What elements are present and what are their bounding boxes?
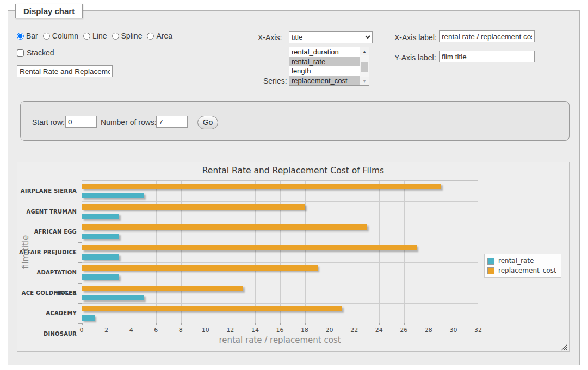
gridline (82, 283, 478, 283)
x-tick-label: 26 (393, 327, 414, 334)
x-tick-label: 28 (418, 327, 440, 334)
stacked-label: Stacked (27, 48, 54, 57)
radio-icon[interactable] (147, 33, 154, 40)
bar-rental_rate (82, 214, 119, 219)
stacked-checkbox-row[interactable]: Stacked (17, 48, 54, 57)
gridline (156, 181, 157, 323)
y-tick-mark (78, 262, 82, 263)
radio-label: Bar (26, 32, 38, 40)
x-tick-label: 0 (71, 327, 92, 334)
chart-type-radio-area[interactable]: Area (147, 32, 172, 40)
radio-icon[interactable] (43, 33, 50, 40)
gridline (379, 181, 380, 323)
radio-label: Line (92, 32, 107, 40)
series-scrollbar[interactable]: ▲ ▼ (360, 47, 369, 85)
bar-rental_rate (82, 193, 144, 198)
x-tick-mark (305, 323, 306, 325)
bar-replacement_cost (82, 224, 367, 230)
x-tick-mark (156, 323, 157, 325)
y-axis-label-input[interactable] (439, 51, 535, 62)
fieldset-legend: Display chart (15, 4, 83, 18)
series-option-length[interactable]: length (289, 66, 360, 76)
series-option-replacement_cost[interactable]: replacement_cost (289, 76, 360, 86)
y-category-label: ACADEMY DINOSAUR (17, 303, 77, 324)
series-option-rental_duration[interactable]: rental_duration (289, 47, 360, 57)
stacked-checkbox[interactable] (17, 49, 24, 57)
x-tick-mark (181, 323, 182, 325)
chart-type-radio-column[interactable]: Column (43, 32, 78, 40)
x-tick-mark (429, 323, 429, 325)
legend-item: replacement_cost (487, 267, 556, 274)
y-axis-label-label: Y-Axis label: (394, 53, 436, 62)
x-tick-label: 16 (269, 327, 291, 334)
chart-type-radio-spline[interactable]: Spline (112, 32, 143, 40)
bar-rental_rate (82, 234, 119, 239)
gridline (330, 181, 330, 323)
plot-area: AIRPLANE SIERRAAGENT TRUMANAFRICAN EGGAF… (82, 180, 478, 323)
scroll-down-icon[interactable]: ▼ (360, 77, 369, 85)
x-tick-label: 2 (96, 327, 117, 334)
bar-replacement_cost (82, 306, 342, 311)
gridline (305, 181, 306, 323)
x-axis-select[interactable]: title (289, 31, 373, 43)
bar-replacement_cost (82, 204, 305, 210)
x-tick-label: 18 (294, 327, 315, 334)
y-category-label: ADAPTATION HOLES (17, 262, 77, 283)
chart-type-radio-line[interactable]: Line (83, 32, 107, 40)
radio-icon[interactable] (83, 33, 90, 40)
x-tick-mark (206, 323, 206, 325)
bar-rental_rate (82, 315, 95, 321)
legend-label: replacement_cost (498, 267, 556, 274)
gridline (181, 181, 182, 323)
scroll-up-icon[interactable]: ▲ (360, 47, 369, 55)
radio-icon[interactable] (17, 33, 24, 40)
x-tick-mark (355, 323, 355, 325)
x-axis-label-input[interactable] (439, 30, 535, 42)
x-tick-label: 8 (170, 327, 191, 334)
x-tick-label: 6 (145, 327, 167, 334)
radio-label: Spline (121, 32, 143, 40)
gridline (404, 181, 405, 323)
bar-rental_rate (82, 254, 119, 260)
bar-replacement_cost (82, 184, 441, 189)
chart-title-input[interactable] (17, 65, 113, 77)
y-tick-mark (78, 242, 82, 243)
series-options: rental_durationrental_ratelengthreplacem… (289, 47, 360, 85)
x-tick-mark (330, 323, 330, 325)
y-category-label: ACE GOLDFINGER (17, 283, 77, 304)
bar-replacement_cost (82, 265, 318, 271)
start-row-input[interactable] (65, 116, 97, 128)
x-tick-label: 32 (467, 327, 489, 334)
resize-handle-icon[interactable] (561, 343, 567, 349)
radio-label: Column (52, 32, 78, 40)
num-rows-label: Number of rows: (101, 118, 157, 127)
y-category-label: AIRPLANE SIERRA (17, 181, 77, 202)
y-category-label: AFFAIR PREJUDICE (17, 242, 77, 263)
y-tick-mark (78, 323, 82, 324)
gridline (280, 181, 281, 323)
gridline (82, 303, 478, 304)
gridline (132, 181, 132, 323)
legend-label: rental_rate (498, 257, 534, 265)
series-option-rental_rate[interactable]: rental_rate (289, 57, 360, 67)
radio-icon[interactable] (112, 33, 119, 40)
x-tick-label: 20 (319, 327, 341, 334)
gridline (206, 181, 206, 323)
bar-rental_rate (82, 295, 144, 300)
gridline (82, 262, 478, 263)
series-multiselect[interactable]: rental_durationrental_ratelengthreplacem… (289, 47, 369, 86)
x-tick-label: 12 (219, 327, 241, 334)
scrollbar-thumb[interactable] (361, 62, 368, 72)
x-tick-mark (454, 323, 454, 325)
x-axis-label-label: X-Axis label: (394, 33, 437, 42)
chart-type-radio-bar[interactable]: Bar (17, 32, 38, 40)
num-rows-input[interactable] (156, 116, 188, 128)
x-tick-mark (379, 323, 380, 325)
x-tick-mark (231, 323, 231, 325)
gridline (454, 181, 454, 323)
x-tick-label: 14 (244, 327, 266, 334)
y-tick-mark (78, 303, 82, 304)
go-button[interactable]: Go (197, 116, 218, 129)
x-tick-label: 10 (195, 327, 216, 334)
bar-rental_rate (82, 274, 119, 280)
